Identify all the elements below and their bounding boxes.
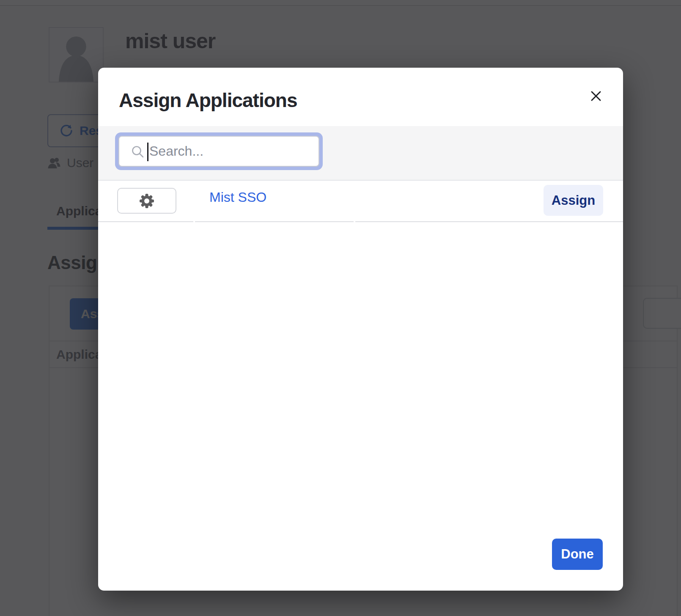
search-field — [118, 136, 319, 167]
screen: mist user Rese User Appl — [0, 0, 681, 616]
assign-applications-modal: Assign Applications — [98, 68, 623, 591]
search-input[interactable] — [119, 137, 319, 166]
app-name-link[interactable]: Mist SSO — [209, 190, 266, 205]
modal-title: Assign Applications — [119, 89, 297, 112]
row-divider — [195, 221, 354, 222]
row-divider — [98, 221, 193, 222]
search-field-focus-ring — [115, 132, 323, 170]
done-button[interactable]: Done — [552, 539, 603, 570]
search-section — [98, 126, 623, 181]
row-divider — [355, 221, 623, 222]
text-caret — [147, 143, 148, 161]
application-row: Mist SSO Assign — [98, 181, 623, 222]
gear-icon — [137, 192, 156, 210]
app-settings-button[interactable] — [117, 188, 176, 214]
assign-button[interactable]: Assign — [544, 185, 603, 216]
close-icon[interactable] — [585, 85, 607, 107]
